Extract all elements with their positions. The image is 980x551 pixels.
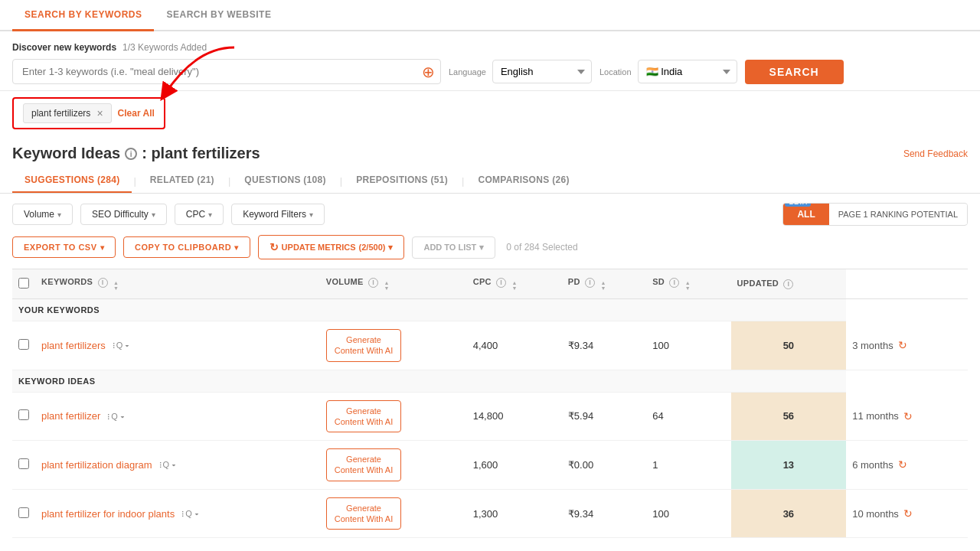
sub-tab-prepositions[interactable]: PREPOSITIONS (51)	[344, 168, 460, 193]
keywords-sort-icons[interactable]: ▲▼	[113, 280, 119, 291]
language-select[interactable]: English	[492, 60, 592, 83]
row-checkbox-plant-fertilizers[interactable]	[18, 339, 29, 350]
location-label: Location	[599, 67, 632, 77]
updated-plant-fertilizers: 3 months ↻	[852, 339, 962, 351]
update-metrics-button[interactable]: ↻ UPDATE METRICS (2/500) ▾	[258, 235, 405, 259]
generate-content-btn-plant-fertilizers[interactable]: GenerateContent With AI	[326, 329, 401, 362]
clear-all-button[interactable]: Clear All	[118, 108, 155, 119]
sd-plant-fertilizers: 50	[731, 321, 847, 370]
keyword-filters-chevron-icon: ▾	[309, 210, 313, 219]
add-to-list-button[interactable]: ADD TO LIST ▾	[412, 236, 495, 259]
filter-icon-plant-fertilizer[interactable]: ⫶Q ▾	[106, 412, 125, 421]
pd-plant-fertilizer-indoor: 100	[646, 489, 730, 538]
beta-badge: BETA	[785, 203, 811, 207]
volume-sort-icons[interactable]: ▲▼	[384, 280, 389, 291]
filter-icon-plant-fertilizers[interactable]: ⫶Q ▾	[112, 341, 130, 350]
search-button[interactable]: SEARCH	[745, 60, 844, 84]
seo-difficulty-chevron-icon: ▾	[152, 210, 155, 219]
pd-plant-fertilizers: 100	[646, 321, 730, 370]
sub-tab-comparisons[interactable]: COMPARISONS (26)	[466, 168, 581, 193]
seo-difficulty-filter[interactable]: SEO Difficulty ▾	[80, 204, 167, 225]
sd-plant-fertilizer: 56	[731, 392, 847, 441]
pd-sort-icons[interactable]: ▲▼	[600, 280, 606, 291]
divider-4: |	[460, 175, 466, 187]
cpc-plant-fertilization-diagram: ₹0.00	[562, 441, 646, 490]
volume-plant-fertilizer: 14,800	[467, 392, 562, 441]
filter-icon-plant-fertilization-diagram[interactable]: ⫶Q ▾	[158, 460, 177, 469]
selected-count: 0 of 284 Selected	[506, 242, 577, 253]
seo-difficulty-filter-label: SEO Difficulty	[92, 209, 149, 220]
export-csv-button[interactable]: EXPORT TO CSV ▾	[12, 236, 116, 258]
generate-content-btn-plant-fertilizer[interactable]: GenerateContent With AI	[326, 400, 401, 433]
your-keywords-section: YOUR KEYWORDS	[12, 299, 846, 321]
add-to-list-label: ADD TO LIST	[423, 243, 476, 252]
cpc-info-icon[interactable]: i	[496, 278, 506, 288]
send-feedback-link[interactable]: Send Feedback	[903, 148, 968, 159]
volume-filter-label: Volume	[24, 209, 54, 220]
row-checkbox-plant-fertilization-diagram[interactable]	[18, 458, 29, 469]
cpc-filter[interactable]: CPC ▾	[175, 204, 224, 225]
tag-remove-button[interactable]: ×	[96, 107, 103, 119]
keywords-info-icon[interactable]: i	[98, 278, 108, 288]
pd-info-icon[interactable]: i	[585, 278, 595, 288]
update-metrics-label: UPDATE METRICS	[282, 243, 356, 252]
cpc-filter-label: CPC	[186, 209, 205, 220]
updated-info-icon[interactable]: i	[783, 279, 793, 289]
refresh-icon-plant-fertilizers[interactable]: ↻	[898, 339, 907, 351]
sub-tab-questions[interactable]: QUESTIONS (108)	[232, 168, 338, 193]
volume-filter[interactable]: Volume ▾	[12, 204, 73, 225]
sd-info-icon[interactable]: i	[669, 278, 679, 288]
copy-clipboard-button[interactable]: COPY TO CLIPBOARD ▾	[123, 236, 250, 258]
table-row: plant fertilizer ⫶Q ▾ GenerateContent Wi…	[12, 392, 968, 441]
cpc-plant-fertilizer-indoor: ₹9.34	[562, 489, 646, 538]
sd-plant-fertilization-diagram: 13	[731, 441, 847, 490]
keyword-link-plant-fertilizers[interactable]: plant fertilizers	[41, 340, 106, 351]
volume-plant-fertilizers: 4,400	[467, 321, 562, 370]
keyword-link-plant-fertilizer[interactable]: plant fertilizer	[41, 410, 100, 422]
volume-column-header: VOLUME i ▲▼	[320, 269, 467, 299]
sd-plant-fertilizer-indoor: 36	[731, 489, 847, 538]
pd-plant-fertilization-diagram: 1	[646, 441, 730, 490]
refresh-icon-plant-fertilizer[interactable]: ↻	[903, 410, 913, 422]
cpc-sort-icons[interactable]: ▲▼	[512, 280, 518, 291]
cpc-plant-fertilizer: ₹5.94	[562, 392, 646, 441]
tab-search-by-keywords[interactable]: SEARCH BY KEYWORDS	[12, 0, 154, 31]
keyword-link-plant-fertilization-diagram[interactable]: plant fertilization diagram	[41, 459, 152, 471]
add-keyword-button[interactable]: ⊕	[422, 63, 435, 81]
pd-plant-fertilizer: 64	[646, 392, 730, 441]
sd-sort-icons[interactable]: ▲▼	[685, 280, 691, 291]
tab-search-by-website[interactable]: SEARCH BY WEBSITE	[154, 0, 283, 30]
copy-clipboard-chevron-icon: ▾	[234, 243, 239, 252]
keyword-filters-filter[interactable]: Keyword Filters ▾	[231, 204, 325, 225]
add-to-list-chevron-icon: ▾	[479, 243, 484, 253]
keyword-ideas-section: KEYWORD IDEAS	[12, 370, 846, 392]
location-select[interactable]: 🇮🇳 India	[638, 60, 737, 83]
volume-info-icon[interactable]: i	[368, 278, 378, 288]
updated-plant-fertilization-diagram: 6 months ↻	[852, 458, 962, 471]
divider-2: |	[227, 175, 232, 187]
keyword-ideas-info[interactable]: i	[125, 148, 137, 160]
generate-content-btn-plant-fertilizer-indoor[interactable]: GenerateContent With AI	[326, 497, 401, 530]
keyword-tag: plant fertilizers ×	[23, 103, 112, 123]
toggle-p1-button[interactable]: PAGE 1 RANKING POTENTIAL	[829, 204, 967, 224]
row-checkbox-plant-fertilizer[interactable]	[18, 409, 29, 420]
divider-3: |	[338, 175, 344, 187]
select-all-checkbox[interactable]	[18, 278, 29, 289]
generate-content-btn-plant-fertilization-diagram[interactable]: GenerateContent With AI	[326, 448, 401, 481]
refresh-icon-plant-fertilization-diagram[interactable]: ↻	[898, 458, 907, 471]
updated-plant-fertilizer: 11 months ↻	[852, 410, 962, 422]
filter-icon-plant-fertilizer-indoor[interactable]: ⫶Q ▾	[181, 509, 199, 518]
updated-column-header: UPDATED i	[731, 269, 847, 299]
sub-tab-suggestions[interactable]: SUGGESTIONS (284)	[12, 168, 132, 193]
export-csv-label: EXPORT TO CSV	[24, 243, 97, 252]
table-row: plant fertilizers ⫶Q ▾ GenerateContent W…	[12, 321, 968, 370]
sub-tab-related[interactable]: RELATED (21)	[138, 168, 227, 193]
toggle-all-button[interactable]: ALL	[783, 204, 828, 225]
refresh-icon-plant-fertilizer-indoor[interactable]: ↻	[903, 507, 913, 520]
keyword-link-plant-fertilizer-indoor[interactable]: plant fertilizer for indoor plants	[41, 508, 175, 520]
row-checkbox-plant-fertilizer-indoor[interactable]	[18, 507, 29, 518]
language-label: Language	[449, 67, 486, 77]
sd-column-header: SD i ▲▼	[646, 269, 730, 299]
update-metrics-chevron-icon: ▾	[388, 243, 393, 253]
copy-clipboard-label: COPY TO CLIPBOARD	[135, 243, 231, 252]
